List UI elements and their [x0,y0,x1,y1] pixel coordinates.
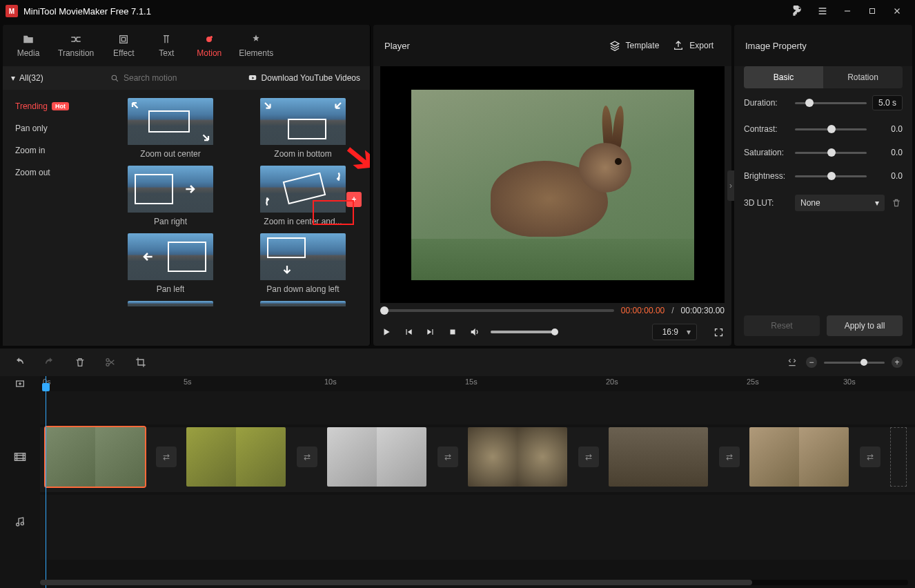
transition-slot[interactable]: ⇄ [719,447,740,467]
zoom-out-button[interactable]: − [806,357,817,368]
scrub-track[interactable] [380,309,614,312]
lut-select[interactable]: None ▾ [795,195,885,211]
preview-viewport[interactable] [380,66,725,303]
motion-item-peek[interactable] [242,301,364,306]
motion-item-label: Zoom out center [140,149,200,159]
brightness-label: Brightness: [744,171,789,181]
motion-item-pan-left[interactable]: Pan left [109,233,232,294]
row-duration: Duration: 5.0 s [744,95,903,110]
tab-transition[interactable]: Transition [50,29,102,62]
clip-drop-zone[interactable] [890,427,907,487]
scrollbar-thumb[interactable] [40,580,752,585]
motion-item-zoom-in-bottom[interactable]: Zoom in bottom [242,98,364,159]
license-key-icon[interactable] [785,0,810,22]
search-input[interactable] [124,73,206,83]
add-track-button[interactable] [0,376,40,391]
play-button[interactable] [380,326,393,338]
volume-slider[interactable] [491,331,555,333]
category-zoom-in[interactable]: Zoom in [3,139,104,161]
filter-all-label: All(32) [19,73,43,83]
motion-item-pan-right[interactable]: Pan right [109,166,232,226]
category-label: Zoom out [15,168,50,177]
category-trending[interactable]: Trending Hot [3,95,104,117]
tab-basic[interactable]: Basic [744,66,823,88]
playhead[interactable] [46,376,46,588]
redo-button[interactable] [43,355,57,369]
contrast-slider[interactable] [795,128,867,130]
export-button[interactable]: Export [666,40,720,51]
collapse-panel-button[interactable]: › [727,170,734,201]
time-current: 00:00:00.00 [621,306,665,315]
clip-2[interactable] [186,427,286,487]
tab-rotation[interactable]: Rotation [823,66,903,88]
clip-5[interactable] [609,427,708,487]
transition-slot[interactable]: ⇄ [860,447,880,467]
split-button[interactable] [104,355,117,369]
tab-motion[interactable]: Motion [188,29,230,62]
lut-delete-button[interactable] [890,197,903,209]
transition-slot[interactable]: ⇄ [437,447,458,467]
motion-item-peek[interactable] [109,301,232,306]
category-pan-only[interactable]: Pan only [3,117,104,139]
tab-elements[interactable]: Elements [230,29,282,62]
transition-slot[interactable]: ⇄ [578,447,599,467]
brightness-slider[interactable] [795,175,867,177]
motion-thumb [128,301,213,306]
tab-text[interactable]: Text [145,29,188,62]
timeline-gutter [0,376,40,588]
fullscreen-button[interactable] [712,326,725,338]
motion-item-pan-down-left[interactable]: Pan down along left [242,233,364,294]
clip-1[interactable] [46,427,145,487]
search-icon [110,74,119,83]
svg-rect-0 [870,9,875,14]
minimize-button[interactable] [835,0,860,22]
template-button[interactable]: Template [602,40,667,51]
timeline-ruler[interactable]: 0s 5s 10s 15s 20s 25s 30s [40,376,915,391]
next-frame-button[interactable] [424,326,437,338]
delete-button[interactable] [73,355,87,369]
timeline-tracks[interactable]: 0s 5s 10s 15s 20s 25s 30s ⇄ ⇄ ⇄ [40,376,915,588]
hamburger-menu-icon[interactable] [810,0,835,22]
aspect-ratio-select[interactable]: 16:9 [652,324,697,340]
property-title: Image Property [734,25,912,66]
duration-slider[interactable] [795,102,867,104]
audio-track[interactable] [40,495,915,560]
clip-3[interactable] [327,427,426,487]
zoom-handle[interactable] [860,359,867,366]
prev-frame-button[interactable] [402,326,415,338]
volume-icon[interactable] [469,326,481,338]
category-label: Pan only [15,124,48,133]
reset-button[interactable]: Reset [744,315,820,336]
audio-track-icon[interactable] [0,489,40,554]
category-filter-all[interactable]: ▾ All(32) [3,73,104,83]
saturation-slider[interactable] [795,152,867,154]
video-track[interactable]: ⇄ ⇄ ⇄ ⇄ ⇄ ⇄ [40,427,915,492]
transition-slot[interactable]: ⇄ [297,447,317,467]
tab-effect[interactable]: Effect [102,29,145,62]
transition-slot[interactable]: ⇄ [156,447,177,467]
tab-elements-label: Elements [239,48,273,58]
maximize-button[interactable] [860,0,885,22]
motion-item-zoom-out-center[interactable]: Zoom out center [109,98,232,159]
crop-button[interactable] [134,355,148,369]
download-youtube-link[interactable]: Download YouTube Videos [238,73,370,83]
timeline-horizontal-scrollbar[interactable] [40,580,908,585]
fit-zoom-button[interactable] [785,355,799,369]
lut-label: 3D LUT: [744,198,789,208]
text-track[interactable] [40,391,915,424]
stop-button[interactable] [446,326,459,338]
scrub-handle[interactable] [380,306,388,315]
tab-media[interactable]: Media [7,29,50,62]
undo-button[interactable] [12,355,26,369]
timeline-area: − + 0s 5s 10s 15s 20s 25s 30s [0,349,915,588]
zoom-slider[interactable] [824,362,885,364]
category-zoom-out[interactable]: Zoom out [3,161,104,184]
clip-6[interactable] [749,427,849,487]
close-button[interactable] [885,0,909,22]
duration-value[interactable]: 5.0 s [872,95,903,110]
zoom-in-button[interactable]: + [892,357,903,368]
volume-handle[interactable] [551,329,558,335]
clip-4[interactable] [468,427,567,487]
video-track-icon[interactable] [0,424,40,489]
apply-to-all-button[interactable]: Apply to all [827,315,903,336]
